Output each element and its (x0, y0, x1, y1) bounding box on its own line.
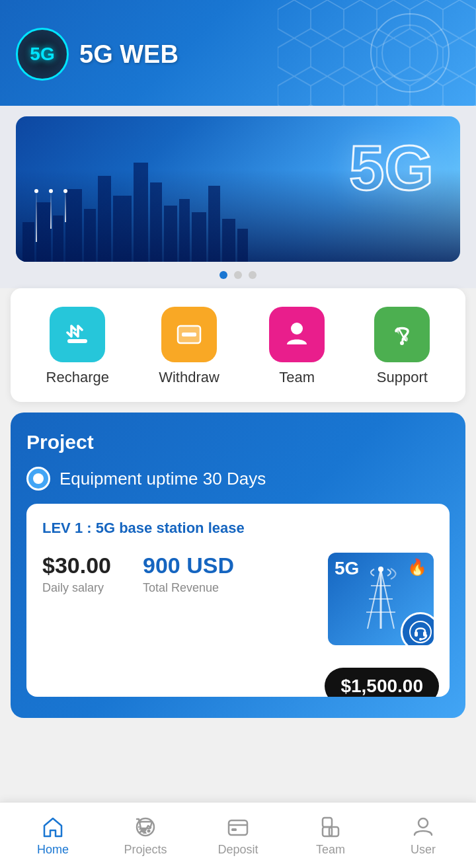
antenna-lines (36, 189, 66, 242)
banner: 5G (16, 116, 460, 262)
stats-row: $30.00 Daily salary 900 USD Total Revenu… (42, 553, 234, 595)
headset-icon (409, 621, 432, 643)
quick-actions: Recharge Withdraw Team (11, 288, 465, 402)
uptime-label: Equipment uptime 30 Days (60, 469, 266, 489)
recharge-icon (61, 318, 94, 351)
project-card: LEV 1 : 5G base station lease $30.00 Dai… (26, 504, 450, 697)
team-nav-icon (317, 814, 344, 840)
svg-rect-15 (415, 631, 418, 637)
recharge-label: Recharge (46, 369, 109, 386)
action-support[interactable]: Support (374, 307, 430, 386)
carousel-dot-1[interactable] (219, 271, 227, 279)
action-recharge[interactable]: Recharge (46, 307, 109, 386)
svg-rect-4 (182, 333, 196, 336)
total-revenue-value: 900 USD (143, 553, 234, 578)
nav-team-label: Team (316, 843, 345, 857)
price-badge[interactable]: $1,500.00 (325, 668, 439, 697)
carousel-dot-2[interactable] (234, 271, 242, 279)
antenna-line (50, 189, 52, 229)
card-header: LEV 1 : 5G base station lease (42, 520, 434, 537)
home-icon (40, 814, 66, 840)
svg-point-29 (418, 818, 428, 828)
carousel-dot-3[interactable] (249, 271, 257, 279)
bottom-nav: Home Projects (0, 802, 476, 868)
svg-point-21 (141, 830, 145, 833)
team-icon-bg (269, 307, 325, 362)
card-content: $30.00 Daily salary 900 USD Total Revenu… (42, 553, 434, 645)
card-image: 5G 🔥 (328, 553, 434, 645)
app-title: 5G WEB (79, 40, 178, 69)
nav-home[interactable]: Home (7, 809, 99, 862)
team-label: Team (279, 369, 315, 386)
header-decoration (370, 13, 450, 93)
support-icon-bg (374, 307, 430, 362)
daily-salary-label: Daily salary (42, 581, 111, 595)
svg-rect-25 (231, 828, 237, 831)
tower-svg (354, 566, 407, 632)
total-revenue-block: 900 USD Total Revenue (143, 553, 234, 595)
support-label: Support (377, 369, 428, 386)
user-icon (410, 814, 436, 840)
projects-icon (132, 814, 159, 840)
header: 5G 5G WEB (0, 0, 476, 106)
support-icon (385, 318, 418, 351)
nav-projects[interactable]: Projects (99, 809, 192, 862)
nav-deposit-label: Deposit (218, 843, 258, 857)
action-withdraw[interactable]: Withdraw (159, 307, 219, 386)
svg-point-13 (378, 567, 383, 572)
withdraw-label: Withdraw (159, 369, 219, 386)
action-team[interactable]: Team (269, 307, 325, 386)
svg-rect-27 (329, 827, 338, 836)
svg-point-6 (400, 341, 404, 345)
project-title: Project (26, 431, 450, 454)
svg-point-5 (291, 323, 303, 335)
banner-5g-text: 5G (349, 136, 434, 200)
svg-rect-23 (229, 820, 247, 835)
logo-text: 5G (30, 44, 54, 65)
antenna-line (36, 189, 37, 242)
deposit-icon (225, 814, 251, 840)
carousel-dots (0, 262, 476, 288)
banner-section: 5G (0, 106, 476, 262)
uptime-row: Equipment uptime 30 Days (26, 467, 450, 491)
withdraw-icon-bg (161, 307, 217, 362)
svg-rect-28 (323, 827, 332, 836)
nav-user-label: User (411, 843, 436, 857)
daily-salary-block: $30.00 Daily salary (42, 553, 111, 595)
nav-user[interactable]: User (377, 809, 469, 862)
uptime-radio[interactable] (26, 467, 50, 491)
nav-deposit[interactable]: Deposit (192, 809, 284, 862)
app-logo: 5G (16, 28, 69, 81)
project-section: Project Equipment uptime 30 Days LEV 1 :… (11, 413, 465, 718)
recharge-icon-bg (50, 307, 105, 362)
nav-home-label: Home (37, 843, 69, 857)
svg-point-22 (147, 830, 151, 833)
nav-team[interactable]: Team (284, 809, 377, 862)
antenna-line (65, 189, 66, 222)
nav-projects-label: Projects (124, 843, 167, 857)
team-icon (280, 318, 313, 351)
total-revenue-label: Total Revenue (143, 581, 234, 595)
svg-point-17 (419, 638, 422, 641)
daily-salary-value: $30.00 (42, 553, 111, 578)
svg-rect-26 (323, 818, 332, 827)
svg-rect-2 (67, 339, 87, 343)
withdraw-icon (173, 318, 206, 351)
